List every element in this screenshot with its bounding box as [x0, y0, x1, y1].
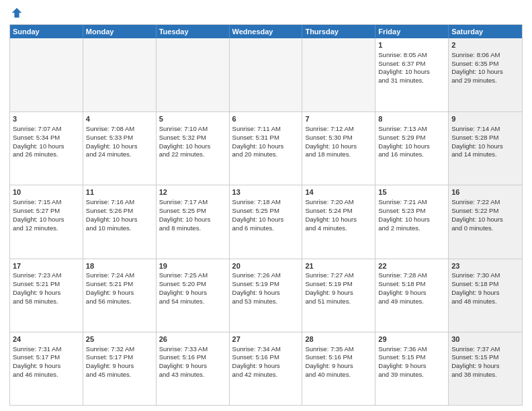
calendar-week-1: 1Sunrise: 8:05 AMSunset: 6:37 PMDaylight…	[10, 38, 522, 111]
day-info-line: Sunrise: 7:24 AM	[86, 271, 153, 280]
day-cell-5: 5Sunrise: 7:10 AMSunset: 5:32 PMDaylight…	[157, 112, 230, 185]
day-info-line: Daylight: 10 hours	[159, 216, 226, 224]
day-info-line: and 0 minutes.	[451, 224, 519, 233]
empty-cell	[83, 38, 157, 111]
day-info-line: Sunrise: 8:06 AM	[451, 51, 519, 60]
day-cell-4: 4Sunrise: 7:08 AMSunset: 5:33 PMDaylight…	[83, 112, 157, 185]
day-info-line: Daylight: 10 hours	[451, 216, 519, 224]
day-info-line: Sunrise: 7:23 AM	[13, 271, 80, 280]
day-info-line: Daylight: 10 hours	[378, 142, 445, 151]
day-info-line: Daylight: 9 hours	[13, 362, 80, 371]
day-info-line: Sunrise: 7:12 AM	[305, 125, 372, 134]
day-number: 15	[378, 187, 445, 197]
day-info-line: Sunrise: 7:35 AM	[305, 345, 372, 354]
day-info-line: and 56 minutes.	[86, 298, 153, 306]
calendar-week-5: 24Sunrise: 7:31 AMSunset: 5:17 PMDayligh…	[10, 332, 522, 405]
day-info-line: Daylight: 9 hours	[451, 289, 519, 298]
day-info-line: Sunset: 5:32 PM	[159, 134, 226, 142]
day-info-line: Sunset: 5:30 PM	[305, 134, 372, 142]
day-number: 24	[13, 334, 80, 345]
weekday-header-saturday: Saturday	[449, 25, 522, 38]
day-info-line: and 43 minutes.	[159, 371, 226, 379]
day-info-line: Sunset: 5:23 PM	[378, 207, 445, 216]
day-number: 8	[378, 114, 445, 124]
day-info-line: Daylight: 10 hours	[232, 142, 300, 151]
day-cell-1: 1Sunrise: 8:05 AMSunset: 6:37 PMDaylight…	[375, 38, 449, 111]
day-info-line: and 51 minutes.	[305, 298, 372, 306]
day-cell-17: 17Sunrise: 7:23 AMSunset: 5:21 PMDayligh…	[10, 259, 83, 332]
day-number: 30	[451, 334, 519, 345]
day-cell-25: 25Sunrise: 7:32 AMSunset: 5:17 PMDayligh…	[83, 332, 157, 405]
day-info-line: Sunrise: 7:07 AM	[13, 125, 80, 134]
day-info-line: and 14 minutes.	[451, 150, 519, 159]
day-cell-20: 20Sunrise: 7:26 AMSunset: 5:19 PMDayligh…	[230, 259, 303, 332]
day-cell-22: 22Sunrise: 7:28 AMSunset: 5:18 PMDayligh…	[375, 259, 449, 332]
day-info-line: Sunrise: 7:13 AM	[378, 125, 445, 134]
day-info-line: and 20 minutes.	[232, 150, 300, 159]
day-info-line: Sunset: 5:28 PM	[451, 134, 519, 142]
day-number: 11	[86, 187, 153, 197]
empty-cell	[302, 38, 375, 111]
day-number: 4	[86, 114, 153, 124]
day-info-line: Sunset: 5:19 PM	[232, 280, 300, 289]
day-number: 9	[451, 114, 519, 124]
day-info-line: Sunset: 5:21 PM	[86, 280, 153, 289]
calendar-header: SundayMondayTuesdayWednesdayThursdayFrid…	[10, 25, 522, 38]
day-info-line: Sunset: 5:33 PM	[86, 134, 153, 142]
day-cell-12: 12Sunrise: 7:17 AMSunset: 5:25 PMDayligh…	[157, 185, 230, 258]
day-info-line: and 18 minutes.	[305, 150, 372, 159]
day-info-line: and 39 minutes.	[378, 371, 445, 379]
day-info-line: and 10 minutes.	[86, 224, 153, 233]
day-info-line: Daylight: 9 hours	[159, 362, 226, 371]
day-info-line: and 38 minutes.	[451, 371, 519, 379]
day-info-line: Daylight: 9 hours	[378, 289, 445, 298]
day-number: 16	[451, 187, 519, 197]
day-info-line: and 12 minutes.	[13, 224, 80, 233]
day-info-line: Daylight: 9 hours	[305, 289, 372, 298]
day-info-line: Sunset: 5:17 PM	[86, 353, 153, 362]
empty-cell	[10, 38, 83, 111]
day-info-line: Sunset: 5:26 PM	[86, 207, 153, 216]
day-info-line: Sunrise: 7:11 AM	[232, 125, 300, 134]
day-number: 19	[159, 261, 226, 271]
day-cell-2: 2Sunrise: 8:06 AMSunset: 6:35 PMDaylight…	[449, 38, 522, 111]
empty-cell	[230, 38, 303, 111]
day-info-line: Sunset: 5:18 PM	[378, 280, 445, 289]
day-cell-24: 24Sunrise: 7:31 AMSunset: 5:17 PMDayligh…	[10, 332, 83, 405]
day-info-line: Daylight: 10 hours	[86, 142, 153, 151]
day-info-line: Sunrise: 7:34 AM	[232, 345, 300, 354]
day-number: 13	[232, 187, 300, 197]
day-info-line: and 45 minutes.	[86, 371, 153, 379]
day-info-line: Sunset: 5:18 PM	[451, 280, 519, 289]
day-info-line: Sunrise: 7:22 AM	[451, 198, 519, 207]
day-info-line: Daylight: 10 hours	[378, 68, 445, 77]
day-info-line: Sunset: 5:17 PM	[13, 353, 80, 362]
day-info-line: Sunset: 5:15 PM	[378, 353, 445, 362]
day-number: 22	[378, 261, 445, 271]
day-info-line: Sunrise: 7:31 AM	[13, 345, 80, 354]
day-number: 18	[86, 261, 153, 271]
day-number: 27	[232, 334, 300, 345]
day-info-line: Sunset: 5:21 PM	[13, 280, 80, 289]
day-info-line: and 40 minutes.	[305, 371, 372, 379]
calendar-week-4: 17Sunrise: 7:23 AMSunset: 5:21 PMDayligh…	[10, 259, 522, 332]
day-info-line: Daylight: 10 hours	[305, 142, 372, 151]
day-number: 1	[378, 40, 445, 50]
day-info-line: Sunrise: 7:27 AM	[305, 271, 372, 280]
day-info-line: and 31 minutes.	[378, 77, 445, 85]
day-info-line: and 46 minutes.	[13, 371, 80, 379]
day-info-line: and 49 minutes.	[378, 298, 445, 306]
page: SundayMondayTuesdayWednesdayThursdayFrid…	[0, 0, 532, 411]
day-info-line: Sunset: 5:19 PM	[305, 280, 372, 289]
day-cell-23: 23Sunrise: 7:30 AMSunset: 5:18 PMDayligh…	[449, 259, 522, 332]
day-info-line: and 16 minutes.	[378, 150, 445, 159]
day-info-line: Sunrise: 7:10 AM	[159, 125, 226, 134]
day-info-line: Daylight: 9 hours	[13, 289, 80, 298]
day-number: 20	[232, 261, 300, 271]
day-info-line: Daylight: 9 hours	[451, 362, 519, 371]
day-info-line: Sunset: 5:20 PM	[159, 280, 226, 289]
day-info-line: Daylight: 9 hours	[232, 289, 300, 298]
day-info-line: Sunrise: 8:05 AM	[378, 51, 445, 60]
logo	[9, 7, 23, 19]
day-info-line: Sunset: 5:24 PM	[305, 207, 372, 216]
